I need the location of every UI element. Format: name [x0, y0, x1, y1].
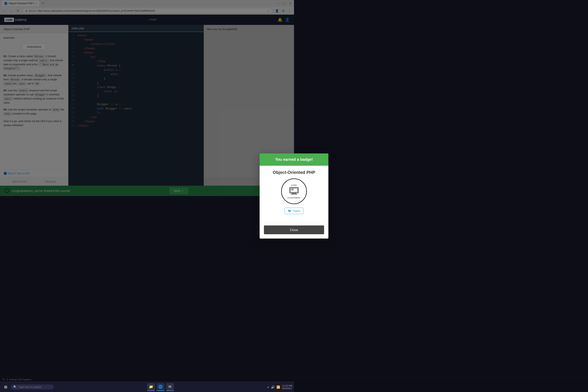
badge-computer-icon — [287, 187, 294, 196]
modal-header-text: You earned a badge! — [264, 157, 294, 162]
modal-header: You earned a badge! — [260, 154, 294, 166]
badge-text-top: CODE — [287, 184, 294, 186]
badge-modal: You earned a badge! Object-Oriented PHP … — [260, 154, 294, 196]
modal-title: Object-Oriented PHP — [264, 170, 294, 175]
modal-overlay[interactable]: You earned a badge! Object-Oriented PHP … — [0, 0, 294, 196]
badge-circle: CODE AC — [281, 178, 294, 196]
badge-inner: CODE AC — [287, 184, 294, 196]
modal-body: Object-Oriented PHP CODE — [260, 166, 294, 196]
